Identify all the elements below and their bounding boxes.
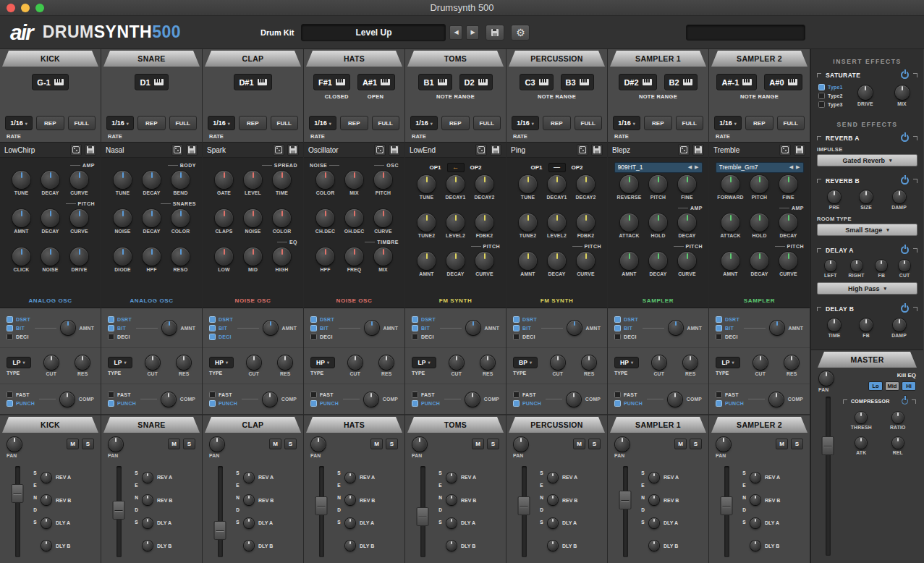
level2-knob[interactable] (446, 213, 465, 232)
damp-knob[interactable] (893, 190, 906, 203)
solo-button[interactable]: S (791, 439, 803, 449)
reverse-knob[interactable] (620, 175, 638, 193)
note-button[interactable]: B1 (418, 74, 452, 90)
mix-knob[interactable] (345, 171, 363, 189)
punch-checkbox[interactable]: PUNCH (716, 400, 744, 407)
curve-knob[interactable] (475, 252, 493, 270)
deci-checkbox[interactable]: DECI (513, 334, 537, 340)
bend-knob[interactable] (171, 171, 190, 189)
full-button[interactable]: FULL (271, 116, 299, 130)
dly-b-send-knob[interactable] (41, 541, 51, 551)
note-button[interactable]: A#1 (357, 74, 395, 90)
color-knob[interactable] (171, 209, 190, 227)
decay-knob[interactable] (41, 171, 59, 189)
rev-b-send-knob[interactable] (750, 495, 760, 505)
delay-a-power-button[interactable] (901, 246, 909, 254)
size-knob[interactable] (860, 190, 873, 203)
oh-dec-knob[interactable] (345, 209, 363, 227)
next-kit-button[interactable]: ▶ (466, 25, 479, 40)
kit-name-display[interactable]: Level Up (301, 24, 446, 41)
thresh-knob[interactable] (855, 412, 867, 423)
bit-checkbox[interactable]: BIT (108, 325, 132, 331)
type2-checkbox[interactable]: Type2 (818, 93, 843, 99)
note-button[interactable]: D1 (135, 74, 168, 90)
note-button[interactable]: A#0 (764, 74, 802, 90)
save-preset-button[interactable] (186, 144, 198, 156)
fader-track[interactable] (522, 466, 527, 557)
randomize-preset-button[interactable] (374, 144, 386, 156)
sample-name-box[interactable]: 909HT_1◀▶ (614, 162, 703, 173)
noise-knob[interactable] (114, 209, 132, 227)
noise-knob[interactable] (244, 209, 262, 227)
randomize-preset-button[interactable] (70, 144, 82, 156)
impulse-select[interactable]: Gated Reverb ▾ (817, 154, 917, 166)
comp-knob[interactable] (263, 392, 277, 407)
cut-knob[interactable] (899, 260, 910, 271)
fader-track[interactable] (319, 466, 324, 557)
saturate-power-button[interactable] (901, 71, 909, 79)
full-button[interactable]: FULL (68, 116, 96, 130)
decay-knob[interactable] (143, 171, 161, 189)
note-button[interactable]: A#-1 (716, 74, 757, 90)
tune2-knob[interactable] (519, 213, 537, 232)
amnt-knob[interactable] (519, 252, 537, 270)
cut-knob[interactable] (449, 355, 464, 370)
solo-button[interactable]: S (386, 439, 398, 449)
repeat-button[interactable]: REP (36, 116, 64, 130)
pitch-knob[interactable] (649, 175, 667, 193)
filter-type-select[interactable]: HP▾ (614, 357, 639, 368)
punch-checkbox[interactable]: PUNCH (310, 400, 339, 407)
kill-eq-hi-button[interactable]: Hi (902, 381, 916, 391)
decay-knob[interactable] (779, 213, 797, 232)
pan-knob[interactable] (109, 437, 123, 452)
master-fader-track[interactable] (826, 397, 831, 556)
comp-knob[interactable] (161, 392, 176, 407)
time-knob[interactable] (273, 171, 291, 189)
tune-knob[interactable] (114, 171, 132, 189)
hold-knob[interactable] (649, 213, 667, 232)
prev-kit-button[interactable]: ◀ (449, 25, 462, 40)
dsrt-checkbox[interactable]: DSRT (716, 316, 739, 323)
rev-b-send-knob[interactable] (41, 495, 51, 505)
fb-knob[interactable] (876, 260, 887, 271)
dsrt-checkbox[interactable]: DSRT (412, 316, 436, 323)
save-preset-button[interactable] (490, 144, 501, 156)
save-kit-button[interactable] (486, 25, 504, 41)
preset-name[interactable]: LowChirp (4, 146, 67, 154)
dsrt-checkbox[interactable]: DSRT (310, 316, 334, 323)
dly-a-send-knob[interactable] (548, 518, 558, 528)
fdbk2-knob[interactable] (577, 213, 595, 232)
rev-a-send-knob[interactable] (244, 473, 254, 483)
randomize-preset-button[interactable] (779, 144, 791, 156)
preset-name[interactable]: Tremble (713, 146, 776, 154)
filter-type-select[interactable]: LP▾ (716, 357, 740, 368)
repeat-button[interactable]: REP (644, 116, 672, 130)
rate-select[interactable]: 1/16▾ (512, 116, 539, 130)
rev-b-send-knob[interactable] (345, 495, 355, 505)
mute-button[interactable]: M (370, 439, 383, 449)
bit-checkbox[interactable]: BIT (310, 325, 334, 331)
randomize-preset-button[interactable] (273, 144, 284, 156)
preset-name[interactable]: Blepz (612, 146, 675, 154)
hold-knob[interactable] (750, 213, 768, 232)
high-knob[interactable] (273, 247, 291, 266)
drive-knob[interactable] (70, 247, 88, 266)
amnt-knob[interactable] (721, 252, 739, 270)
res-knob[interactable] (278, 355, 292, 370)
next-sample-icon[interactable]: ▶ (695, 164, 698, 170)
decay2-knob[interactable] (577, 175, 595, 193)
pitch-knob[interactable] (750, 175, 768, 193)
dsrt-checkbox[interactable]: DSRT (614, 316, 638, 323)
amnt-knob[interactable] (61, 321, 75, 335)
punch-checkbox[interactable]: PUNCH (412, 400, 440, 407)
fast-checkbox[interactable]: FAST (614, 391, 643, 398)
curve-knob[interactable] (678, 252, 696, 270)
repeat-button[interactable]: REP (137, 116, 166, 130)
prev-sample-icon[interactable]: ◀ (789, 164, 793, 170)
mute-button[interactable]: M (573, 439, 585, 449)
kill-eq-mid-button[interactable]: Mid (885, 381, 899, 391)
pre-knob[interactable] (828, 190, 841, 203)
fader-handle[interactable] (721, 496, 733, 515)
solo-button[interactable]: S (690, 439, 702, 449)
solo-button[interactable]: S (588, 439, 601, 449)
